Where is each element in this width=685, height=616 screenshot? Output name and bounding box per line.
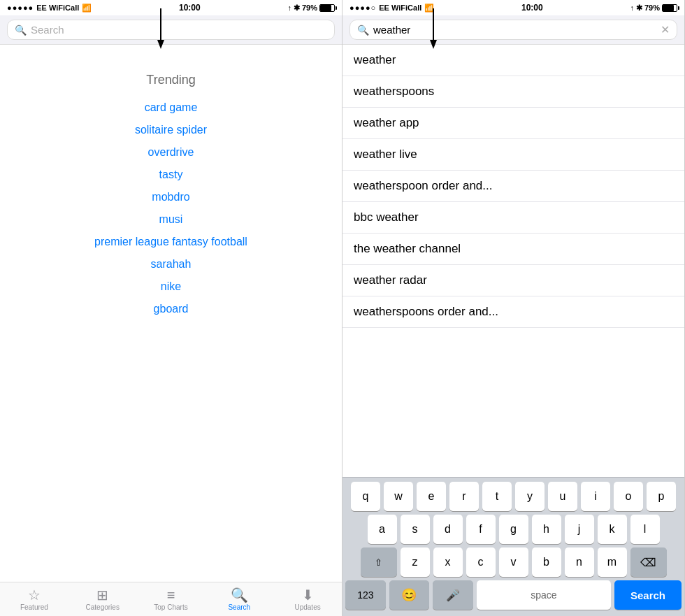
key-🎤[interactable]: 🎤 bbox=[433, 580, 473, 610]
trending-link[interactable]: tasty bbox=[159, 169, 183, 180]
key-⇧[interactable]: ⇧ bbox=[361, 547, 397, 577]
autocomplete-item[interactable]: weatherspoon order and... bbox=[342, 171, 684, 202]
list-item[interactable]: overdrive bbox=[94, 146, 247, 159]
autocomplete-item[interactable]: the weather channel bbox=[342, 234, 684, 265]
key-j[interactable]: j bbox=[565, 515, 594, 544]
updates-label: Updates bbox=[294, 603, 320, 611]
right-search-icon: 🔍 bbox=[357, 24, 369, 36]
featured-icon: ☆ bbox=[28, 588, 41, 602]
svg-marker-1 bbox=[157, 40, 164, 49]
right-time: 10:00 bbox=[521, 3, 543, 13]
key-x[interactable]: x bbox=[433, 547, 463, 577]
clear-button[interactable]: ✕ bbox=[661, 24, 670, 36]
autocomplete-item[interactable]: bbc weather bbox=[342, 202, 684, 234]
list-item[interactable]: mobdro bbox=[94, 191, 247, 203]
autocomplete-item[interactable]: weatherspoons bbox=[342, 76, 684, 108]
battery-icon bbox=[319, 4, 335, 12]
key-space[interactable]: space bbox=[477, 580, 611, 610]
trending-link[interactable]: premier league fantasy football bbox=[94, 236, 247, 248]
autocomplete-item[interactable]: weather bbox=[342, 45, 684, 76]
key-s[interactable]: s bbox=[401, 515, 430, 544]
tab-search[interactable]: 🔍Search bbox=[205, 582, 273, 616]
trending-link[interactable]: gboard bbox=[154, 303, 189, 315]
right-phone-panel: ●●●●○ EE WiFiCall 📶 10:00 ↑ ✱ 79% 🔍 ✕ we… bbox=[342, 0, 685, 616]
key-v[interactable]: v bbox=[499, 547, 528, 577]
key-o[interactable]: o bbox=[614, 482, 643, 511]
search-icon: 🔍 bbox=[231, 588, 248, 602]
key-k[interactable]: k bbox=[598, 515, 627, 544]
right-status-bar: ●●●●○ EE WiFiCall 📶 10:00 ↑ ✱ 79% bbox=[342, 0, 684, 15]
battery-pct: 79% bbox=[302, 3, 317, 12]
key-m[interactable]: m bbox=[598, 547, 627, 577]
key-g[interactable]: g bbox=[499, 515, 528, 544]
key-a[interactable]: a bbox=[368, 515, 397, 544]
arrow-icon: ↑ bbox=[287, 3, 291, 12]
key-h[interactable]: h bbox=[532, 515, 561, 544]
key-⌫[interactable]: ⌫ bbox=[630, 547, 667, 577]
list-item[interactable]: gboard bbox=[94, 303, 247, 315]
right-arrow-icon: ↑ bbox=[630, 3, 634, 12]
list-item[interactable]: nike bbox=[94, 280, 247, 293]
trending-section: Trending card gamesolitaire spideroverdr… bbox=[0, 45, 342, 582]
right-battery-icon bbox=[662, 4, 677, 12]
key-t[interactable]: t bbox=[482, 482, 512, 511]
key-p[interactable]: p bbox=[647, 482, 676, 511]
key-123[interactable]: 123 bbox=[345, 580, 386, 610]
autocomplete-item[interactable]: weather live bbox=[342, 139, 684, 171]
wifi-icon: 📶 bbox=[82, 3, 92, 13]
list-item[interactable]: solitaire spider bbox=[94, 124, 247, 136]
tab-featured[interactable]: ☆Featured bbox=[0, 582, 68, 616]
list-item[interactable]: card game bbox=[94, 101, 247, 114]
right-status-right: ↑ ✱ 79% bbox=[630, 3, 677, 13]
key-d[interactable]: d bbox=[433, 515, 463, 544]
svg-marker-3 bbox=[430, 40, 437, 49]
right-bt-icon: ✱ bbox=[636, 3, 642, 13]
key-r[interactable]: r bbox=[449, 482, 479, 511]
search-label: Search bbox=[228, 603, 250, 611]
key-i[interactable]: i bbox=[581, 482, 610, 511]
trending-link[interactable]: musi bbox=[159, 213, 183, 225]
updates-icon: ⬇ bbox=[302, 588, 314, 602]
left-time: 10:00 bbox=[179, 3, 201, 13]
key-q[interactable]: q bbox=[351, 482, 380, 511]
key-z[interactable]: z bbox=[401, 547, 430, 577]
key-n[interactable]: n bbox=[565, 547, 594, 577]
left-status-left: ●●●●● EE WiFiCall 📶 bbox=[7, 3, 92, 13]
list-item[interactable]: premier league fantasy football bbox=[94, 236, 247, 248]
trending-link[interactable]: card game bbox=[145, 101, 198, 113]
trending-link[interactable]: nike bbox=[161, 280, 181, 292]
keyboard[interactable]: qwertyuiopasdfghjkl⇧zxcvbnm⌫123😊🎤spaceSe… bbox=[342, 477, 684, 616]
key-Search[interactable]: Search bbox=[614, 580, 682, 610]
keyboard-row-0: qwertyuiop bbox=[345, 482, 682, 511]
signal-dots: ●●●●● bbox=[7, 3, 34, 12]
key-u[interactable]: u bbox=[548, 482, 577, 511]
list-item[interactable]: sarahah bbox=[94, 258, 247, 271]
tab-updates[interactable]: ⬇Updates bbox=[273, 582, 342, 616]
autocomplete-item[interactable]: weatherspoons order and... bbox=[342, 296, 684, 328]
arrow-annotation-right bbox=[412, 8, 454, 50]
tab-categories[interactable]: ⊞Categories bbox=[68, 582, 137, 616]
list-item[interactable]: musi bbox=[94, 213, 247, 226]
trending-list: card gamesolitaire spideroverdrivetastym… bbox=[94, 101, 247, 315]
key-w[interactable]: w bbox=[384, 482, 413, 511]
autocomplete-item[interactable]: weather app bbox=[342, 108, 684, 139]
key-l[interactable]: l bbox=[630, 515, 660, 544]
trending-link[interactable]: mobdro bbox=[152, 191, 189, 203]
arrow-annotation-left bbox=[140, 8, 182, 50]
key-c[interactable]: c bbox=[466, 547, 496, 577]
key-f[interactable]: f bbox=[466, 515, 496, 544]
trending-link[interactable]: sarahah bbox=[151, 258, 192, 270]
key-y[interactable]: y bbox=[515, 482, 545, 511]
key-😊[interactable]: 😊 bbox=[389, 580, 430, 610]
tab-top-charts[interactable]: ≡Top Charts bbox=[137, 582, 206, 616]
autocomplete-item[interactable]: weather radar bbox=[342, 265, 684, 296]
key-e[interactable]: e bbox=[417, 482, 446, 511]
right-search-bar[interactable]: 🔍 ✕ bbox=[349, 20, 677, 40]
list-item[interactable]: tasty bbox=[94, 169, 247, 181]
trending-link[interactable]: solitaire spider bbox=[135, 124, 207, 136]
trending-link[interactable]: overdrive bbox=[148, 146, 194, 158]
key-b[interactable]: b bbox=[532, 547, 561, 577]
carrier-label: EE WiFiCall bbox=[36, 3, 79, 12]
bt-icon: ✱ bbox=[294, 3, 300, 13]
keyboard-row-2: ⇧zxcvbnm⌫ bbox=[345, 547, 682, 577]
